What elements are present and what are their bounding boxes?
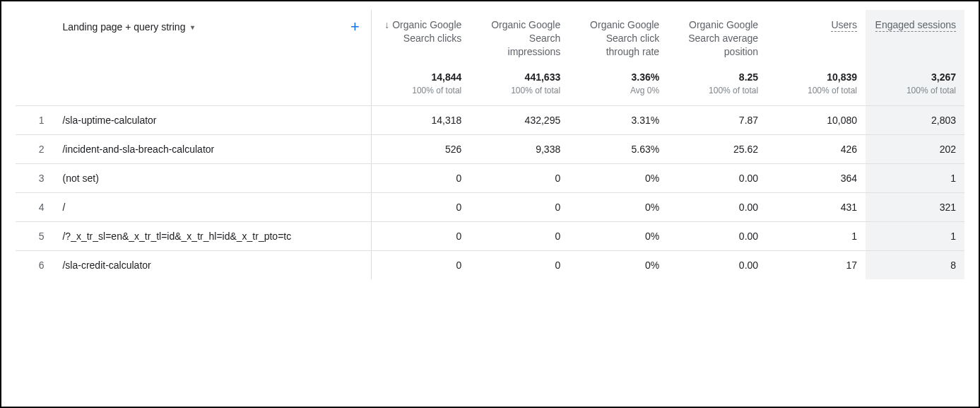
row-value: 0.00 [668, 250, 767, 279]
row-value: 2,803 [866, 105, 964, 134]
row-value: 0 [371, 221, 470, 250]
row-value: 0 [470, 221, 569, 250]
row-value: 0.00 [668, 163, 767, 192]
table-row[interactable]: 2/incident-and-sla-breach-calculator5269… [16, 134, 964, 163]
row-value: 431 [767, 192, 866, 221]
summary-cell: 8.25 100% of total [668, 64, 767, 106]
row-value: 3.31% [569, 105, 668, 134]
row-index: 4 [16, 192, 57, 221]
row-index: 5 [16, 221, 57, 250]
row-value: 9,338 [470, 134, 569, 163]
chevron-down-icon: ▾ [191, 23, 194, 31]
row-value: 7.87 [668, 105, 767, 134]
row-value: 426 [767, 134, 866, 163]
col-label: Users [831, 19, 857, 32]
col-header-4[interactable]: Users [767, 10, 866, 64]
summary-cell: 10,839 100% of total [767, 64, 866, 106]
dimension-picker[interactable]: Landing page + query string ▾ + [57, 10, 370, 44]
sort-desc-icon: ↓ [384, 19, 389, 30]
row-value: 0% [569, 163, 668, 192]
row-value: 25.62 [668, 134, 767, 163]
row-value: 17 [767, 250, 866, 279]
row-value: 0 [470, 192, 569, 221]
row-index: 1 [16, 105, 57, 134]
add-dimension-button[interactable]: + [350, 19, 360, 35]
row-value: 10,080 [767, 105, 866, 134]
table-row[interactable]: 4/000%0.00431321 [16, 192, 964, 221]
row-value: 1 [866, 221, 964, 250]
row-value: 0% [569, 192, 668, 221]
col-header-1[interactable]: Organic Google Search impressions [470, 10, 569, 64]
row-index: 2 [16, 134, 57, 163]
data-table: Landing page + query string ▾ + ↓Organic… [16, 10, 964, 279]
report-frame: Landing page + query string ▾ + ↓Organic… [0, 0, 980, 408]
col-header-0[interactable]: ↓Organic Google Search clicks [371, 10, 470, 64]
row-value: 8 [866, 250, 964, 279]
row-value: 0 [371, 250, 470, 279]
table-row[interactable]: 5/?_x_tr_sl=en&_x_tr_tl=id&_x_tr_hl=id&_… [16, 221, 964, 250]
col-header-2[interactable]: Organic Google Search click through rate [569, 10, 668, 64]
table-row[interactable]: 3(not set)000%0.003641 [16, 163, 964, 192]
summary-cell: 3,267 100% of total [866, 64, 964, 106]
row-value: 0 [371, 163, 470, 192]
col-header-3[interactable]: Organic Google Search average position [668, 10, 767, 64]
row-value: 526 [371, 134, 470, 163]
row-value: 0 [470, 163, 569, 192]
row-value: 0 [470, 250, 569, 279]
row-value: 202 [866, 134, 964, 163]
summary-row: 14,844 100% of total 441,633 100% of tot… [16, 64, 964, 106]
row-value: 0% [569, 221, 668, 250]
col-label: Organic Google Search average position [688, 19, 758, 57]
summary-cell: 3.36% Avg 0% [569, 64, 668, 106]
row-value: 0 [371, 192, 470, 221]
row-dimension[interactable]: /sla-credit-calculator [57, 250, 371, 279]
row-value: 0% [569, 250, 668, 279]
summary-cell: 14,844 100% of total [371, 64, 470, 106]
col-label: Organic Google Search clicks [392, 19, 461, 44]
row-dimension[interactable]: (not set) [57, 163, 371, 192]
dimension-label: Landing page + query string [62, 21, 185, 33]
row-value: 1 [866, 163, 964, 192]
row-dimension[interactable]: / [57, 192, 371, 221]
col-label: Engaged sessions [875, 19, 956, 32]
row-index: 3 [16, 163, 57, 192]
col-label: Organic Google Search click through rate [590, 19, 659, 57]
row-dimension[interactable]: /sla-uptime-calculator [57, 105, 371, 134]
row-value: 364 [767, 163, 866, 192]
col-header-5[interactable]: Engaged sessions [866, 10, 964, 64]
row-value: 0.00 [668, 221, 767, 250]
row-value: 321 [866, 192, 964, 221]
table-row[interactable]: 1/sla-uptime-calculator14,318432,2953.31… [16, 105, 964, 134]
row-index: 6 [16, 250, 57, 279]
row-value: 0.00 [668, 192, 767, 221]
row-value: 14,318 [371, 105, 470, 134]
summary-cell: 441,633 100% of total [470, 64, 569, 106]
row-dimension[interactable]: /?_x_tr_sl=en&_x_tr_tl=id&_x_tr_hl=id&_x… [57, 221, 371, 250]
row-value: 432,295 [470, 105, 569, 134]
header-row: Landing page + query string ▾ + ↓Organic… [16, 10, 964, 64]
table-row[interactable]: 6/sla-credit-calculator000%0.00178 [16, 250, 964, 279]
row-value: 1 [767, 221, 866, 250]
row-value: 5.63% [569, 134, 668, 163]
col-label: Organic Google Search impressions [491, 19, 560, 57]
row-dimension[interactable]: /incident-and-sla-breach-calculator [57, 134, 371, 163]
